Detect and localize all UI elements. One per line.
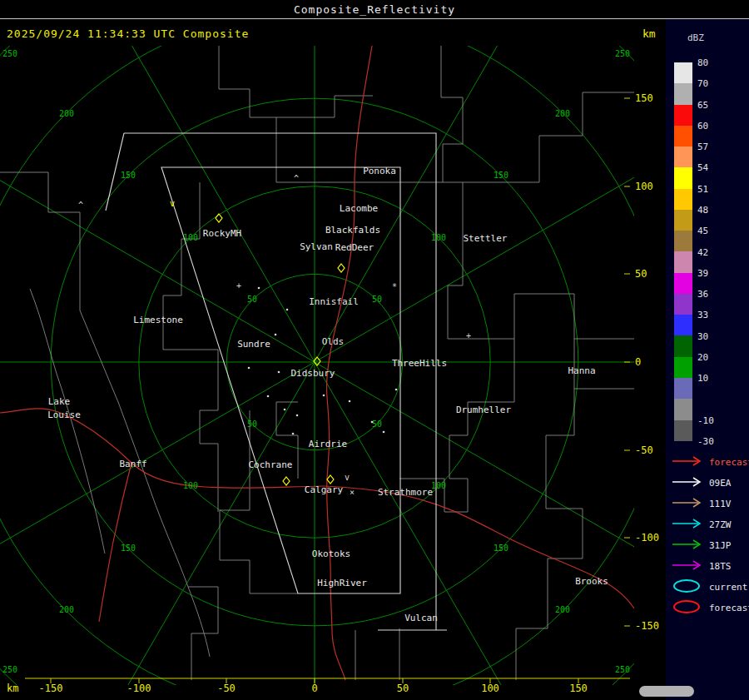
colorbar-tick-label: 42 [697,246,708,257]
legend-row: 27ZW [671,514,749,535]
town-dot [383,431,385,434]
colorbar-tick-label: 33 [697,310,708,320]
dbz-colorbar [674,62,692,441]
colorbar-segment [674,83,692,104]
asterisk-mark-icon: * [392,282,397,291]
storm-track-arrow-icon [671,559,706,575]
colorbar-segment [674,146,692,167]
colorbar-segment [674,357,692,378]
ring-distance-label: 150 [494,544,508,553]
colorbar-segment [674,420,692,441]
colorbar-tick-label: 54 [697,162,708,173]
town-dot [258,287,260,290]
city-label: Stettler [464,233,508,244]
colorbar-segment [674,378,692,399]
colorbar-segment [674,251,692,272]
plus-mark-icon: + [236,281,241,290]
y-axis-label: -150 [635,620,659,632]
legend-row: forecast [671,598,749,618]
legend-label: 09EA [709,478,732,489]
colorbar-tick-label: 57 [697,141,708,152]
town-dot [349,400,351,403]
ring-distance-label: 100 [183,481,198,490]
city-label: Limestone [133,315,183,325]
legend-label: 27ZW [709,519,732,530]
town-dot [296,415,299,417]
colorbar-segment [674,167,692,188]
town-dot [286,309,289,311]
colorbar-tick-label: 39 [697,267,708,278]
dbz-colorbar-ticks: 80706560575451484542393633302010-10-30 [697,62,731,462]
caret-mark-icon: ^ [294,174,299,183]
ring-distance-label: 50 [372,420,382,429]
radar-site-icon [338,264,345,272]
radar-coverage-outline [106,133,447,630]
ring-distance-label: 200 [59,605,74,614]
ring-distance-label: 100 [431,481,446,490]
ring-distance-label: 50 [247,420,257,429]
y-axis-label: -50 [635,444,653,456]
town-dot [323,395,325,397]
town-dot [284,409,286,411]
window-title: Composite_Reflectivity [0,3,749,16]
y-axis-label: 100 [635,181,653,192]
city-label: Banff [119,459,146,469]
radar-site-icon [283,477,290,485]
city-label: ThreeHills [392,358,447,369]
radar-map-canvas[interactable]: 5050505010010010010015015015015020020020… [0,46,634,685]
map-axes [25,98,630,683]
colorbar-tick-label: 60 [697,120,708,131]
legend-row: forecast [671,452,749,473]
town-dot [278,371,280,374]
ring-distance-label: 150 [121,171,136,180]
legend-row: current [671,577,749,598]
legend-label: 111V [709,499,732,509]
ring-distance-label: 100 [431,233,446,242]
colorbar-segment [674,189,692,210]
town-dot [275,334,277,336]
legend-label: 31JP [709,540,732,551]
city-label: Innisfail [309,296,359,307]
colorbar-tick-label: 20 [697,351,708,362]
scrollbar-thumb[interactable] [639,686,694,697]
storm-track-arrow-icon [671,538,706,554]
vee-mark-icon: v [170,199,175,208]
city-label: Calgary [305,484,344,495]
colorbar-tick-label: 45 [697,226,708,236]
city-label: Hanna [568,365,595,376]
storm-track-arrow-icon [671,454,706,471]
vee-mark-icon: v [345,473,350,482]
ring-distance-label: 250 [2,665,17,674]
colorbar-segment [674,231,692,251]
city-label: RedDeer [335,242,374,253]
town-dot [371,421,374,424]
city-label: HighRiver [317,578,367,588]
legend-label: current [709,582,747,593]
city-label: Sundre [237,339,270,350]
storm-track-arrow-icon [671,475,706,492]
ring-distance-label: 50 [247,295,257,304]
radar-site-icon [216,214,222,222]
colorbar-tick-label: 70 [697,78,708,89]
city-label: Cochrane [249,459,293,470]
colorbar-segment [674,335,692,356]
city-label: Airdrie [309,439,347,449]
town-dot [267,395,270,398]
colorbar-segment [674,294,692,315]
caret-mark-icon: ^ [78,201,83,210]
city-label: Lake [48,396,71,407]
legend-row: 18TS [671,556,749,577]
legend-row: 31JP [671,535,749,556]
legend-label: forecast [709,457,749,468]
city-label: Brooks [575,576,608,587]
colorbar-tick-label: 80 [697,57,708,68]
storm-track-legend: forecast09EA111V27ZW31JP18TScurrentforec… [671,452,749,618]
y-axis-label: 0 [635,356,641,368]
city-label: Drumheller [456,405,512,415]
town-dot [248,367,250,370]
colorbar-segment [674,105,692,126]
ring-distance-label: 250 [615,665,630,674]
city-label: Strathmore [378,487,433,498]
storm-track-arrow-icon [671,517,706,534]
y-axis-label: -100 [635,532,659,544]
